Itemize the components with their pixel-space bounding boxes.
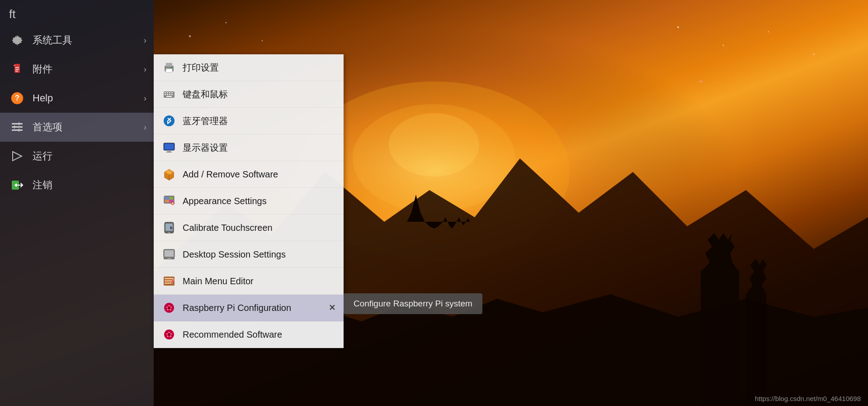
submenu-print-settings-label: 打印设置 [183, 62, 219, 74]
raspberry-config-icon [162, 301, 176, 315]
svg-point-70 [170, 309, 171, 310]
svg-point-73 [168, 306, 170, 309]
svg-point-2 [389, 113, 479, 177]
svg-rect-40 [169, 94, 170, 95]
menu-item-logout-label: 注销 [33, 178, 52, 192]
package-icon [162, 167, 176, 182]
submenu-desktop-session[interactable]: Desktop Session Settings [154, 241, 344, 268]
svg-rect-51 [169, 197, 173, 200]
appearance-icon: A [162, 194, 176, 208]
svg-rect-38 [165, 94, 166, 95]
svg-rect-47 [166, 152, 172, 153]
svg-point-5 [226, 22, 227, 24]
gear-icon [9, 32, 25, 48]
menu-item-accessories[interactable]: 附件 › [0, 55, 154, 84]
close-icon[interactable]: ✕ [329, 303, 335, 313]
svg-point-77 [170, 335, 171, 337]
submenu-appearance-label: Appearance Settings [183, 196, 267, 206]
keyboard-icon [162, 87, 176, 101]
svg-rect-64 [165, 278, 174, 279]
svg-rect-60 [165, 250, 174, 257]
pref-icon [9, 119, 25, 135]
submenu-keyboard-mouse[interactable]: 键盘和鼠标 [154, 81, 344, 108]
submenu-bluetooth-label: 蓝牙管理器 [183, 115, 228, 127]
svg-point-6 [262, 40, 263, 42]
submenu-add-remove-software[interactable]: Add / Remove Software [154, 161, 344, 188]
svg-rect-22 [12, 129, 23, 131]
svg-rect-62 [167, 258, 171, 259]
menu-item-accessories-label: 附件 [33, 62, 52, 76]
svg-point-58 [169, 232, 170, 234]
svg-rect-42 [166, 96, 172, 97]
submenu-display-settings[interactable]: 显示器设置 [154, 134, 344, 161]
svg-point-4 [189, 35, 191, 37]
menu-editor-icon [162, 274, 176, 288]
submenu-keyboard-mouse-label: 键盘和鼠标 [183, 88, 228, 100]
svg-point-80 [168, 333, 170, 336]
submenu-add-remove-label: Add / Remove Software [183, 169, 278, 180]
svg-rect-52 [165, 200, 169, 202]
svg-rect-35 [167, 92, 168, 93]
submenu-raspberry-pi-config[interactable]: Raspberry Pi Configuration ✕ [154, 295, 344, 321]
printer-icon [162, 60, 176, 75]
svg-rect-37 [171, 92, 173, 93]
svg-rect-45 [165, 144, 174, 149]
svg-rect-32 [171, 67, 172, 68]
left-menu-panel: ft 系统工具 › 附件 › ? [0, 0, 154, 406]
display-icon [162, 140, 176, 155]
svg-point-10 [813, 53, 815, 55]
submenu-appearance-settings[interactable]: A Appearance Settings [154, 188, 344, 215]
svg-marker-26 [13, 152, 22, 161]
submenu-recommended-software[interactable]: Recommended Software [154, 321, 344, 348]
svg-rect-31 [166, 69, 172, 72]
tooltip: Configure Raspberry Pi system [344, 293, 482, 314]
svg-point-71 [167, 309, 169, 310]
menu-item-help[interactable]: ? Help › [0, 84, 154, 113]
submenu-print-settings[interactable]: 打印设置 [154, 54, 344, 81]
menu-item-preferences-label: 首选项 [33, 120, 62, 134]
help-icon: ? [9, 90, 25, 106]
watermark: https://blog.csdn.net/m0_46410698 [755, 395, 861, 402]
attach-icon [9, 61, 25, 77]
submenu-raspberry-config-label: Raspberry Pi Configuration [183, 303, 291, 313]
svg-rect-14 [14, 65, 15, 66]
logout-icon: ✦ [9, 177, 25, 193]
menu-item-run[interactable]: 运行 [0, 142, 154, 171]
svg-rect-66 [165, 282, 171, 284]
submenu-recommended-label: Recommended Software [183, 330, 282, 340]
svg-text:?: ? [15, 94, 19, 102]
raspberry-software-icon [162, 327, 176, 342]
svg-point-43 [164, 115, 175, 126]
svg-point-1 [353, 104, 515, 213]
top-label: ft [0, 0, 154, 26]
submenu-calibrate-touchscreen[interactable]: Calibrate Touchscreen [154, 215, 344, 241]
preferences-arrow: › [144, 123, 146, 132]
svg-rect-20 [12, 123, 23, 124]
svg-point-78 [167, 335, 169, 337]
svg-rect-36 [169, 92, 170, 93]
svg-rect-50 [165, 197, 169, 200]
menu-item-preferences[interactable]: 首选项 › [0, 113, 154, 142]
menu-item-help-label: Help [33, 92, 53, 104]
submenu-main-menu-label: Main Menu Editor [183, 276, 254, 287]
system-tools-arrow: › [144, 36, 146, 45]
session-icon [162, 247, 176, 262]
accessories-arrow: › [144, 65, 146, 74]
svg-text:A: A [171, 201, 174, 205]
svg-rect-34 [165, 92, 166, 93]
submenu-panel: 打印设置 键盘和鼠标 蓝牙管理器 [154, 54, 344, 348]
svg-point-11 [700, 81, 702, 83]
submenu-desktop-session-label: Desktop Session Settings [183, 249, 286, 260]
svg-point-8 [723, 45, 724, 46]
submenu-main-menu-editor[interactable]: Main Menu Editor [154, 268, 344, 295]
menu-item-logout[interactable]: ✦ 注销 [0, 171, 154, 200]
svg-rect-39 [167, 94, 168, 95]
submenu-bluetooth[interactable]: 蓝牙管理器 [154, 108, 344, 134]
svg-rect-30 [166, 63, 172, 67]
menu-item-system-tools[interactable]: 系统工具 › [0, 26, 154, 55]
svg-rect-21 [12, 126, 23, 128]
run-icon [9, 148, 25, 164]
submenu-calibrate-label: Calibrate Touchscreen [183, 223, 273, 233]
tooltip-text: Configure Raspberry Pi system [354, 299, 472, 308]
touchscreen-icon [162, 220, 176, 235]
